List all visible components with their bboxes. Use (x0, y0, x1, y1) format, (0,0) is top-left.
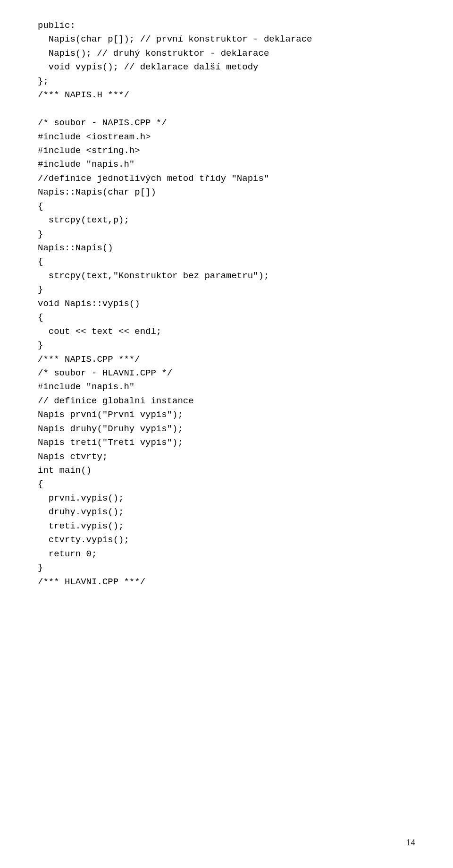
code-line: /*** NAPIS.CPP ***/ (38, 354, 140, 365)
code-line: void vypis(); // deklarace další metody (38, 62, 258, 72)
code-line: /* soubor - HLAVNI.CPP */ (38, 368, 172, 378)
code-line: #include <iostream.h> (38, 132, 151, 142)
code-line: /* soubor - NAPIS.CPP */ (38, 118, 167, 128)
code-line: } (38, 340, 43, 350)
code-line: Napis druhy("Druhy vypis"); (38, 424, 183, 434)
code-line: strcpy(text,"Konstruktor bez parametru")… (38, 271, 269, 281)
code-line: //definice jednotlivých metod třídy "Nap… (38, 173, 269, 184)
code-line: /*** NAPIS.H ***/ (38, 90, 129, 100)
code-line: { (38, 479, 43, 489)
code-line: // definice globalni instance (38, 396, 194, 406)
code-line: prvni.vypis(); (38, 493, 124, 503)
code-line: strcpy(text,p); (38, 215, 129, 225)
code-line: treti.vypis(); (38, 521, 124, 531)
code-line: cout << text << endl; (38, 326, 161, 337)
code-line: ctvrty.vypis(); (38, 535, 129, 545)
code-line: Napis prvni("Prvni vypis"); (38, 409, 183, 420)
code-line: { (38, 201, 43, 212)
code-line: Napis::Napis() (38, 243, 113, 253)
code-line: { (38, 256, 43, 267)
code-line: Napis treti("Treti vypis"); (38, 437, 183, 448)
code-line: #include "napis.h" (38, 382, 134, 392)
code-line: } (38, 229, 43, 239)
code-line: Napis ctvrty; (38, 451, 108, 462)
code-line: Napis(char p[]); // první konstruktor - … (38, 34, 312, 44)
code-line: /*** HLAVNI.CPP ***/ (38, 577, 145, 587)
code-line: return 0; (38, 549, 97, 559)
code-line: Napis(); // druhý konstruktor - deklarac… (38, 48, 269, 59)
code-listing: public: Napis(char p[]); // první konstr… (38, 19, 415, 589)
page-number: 14 (406, 835, 415, 849)
code-line: Napis::Napis(char p[]) (38, 187, 156, 197)
code-line: } (38, 284, 43, 295)
code-line: } (38, 562, 43, 573)
code-line: #include <string.h> (38, 145, 140, 156)
code-line: #include "napis.h" (38, 159, 134, 170)
code-line: }; (38, 76, 49, 86)
code-line: int main() (38, 465, 92, 476)
code-line: { (38, 312, 43, 323)
code-line: void Napis::vypis() (38, 298, 140, 309)
code-line: public: (38, 20, 76, 31)
code-line: druhy.vypis(); (38, 507, 124, 517)
